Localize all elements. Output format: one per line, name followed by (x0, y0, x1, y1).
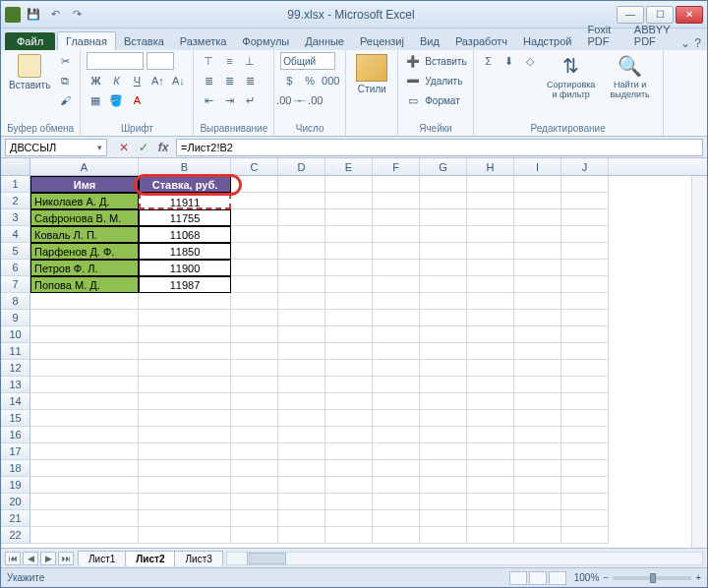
hscroll-thumb[interactable] (247, 553, 286, 564)
paste-button[interactable]: Вставить (7, 52, 52, 92)
cell-J8[interactable] (561, 293, 609, 310)
cell-J13[interactable] (561, 377, 609, 393)
cell-I2[interactable] (514, 193, 561, 209)
row-header-7[interactable]: 7 (1, 276, 30, 293)
row-header-16[interactable]: 16 (1, 427, 30, 443)
align-middle-button[interactable]: ≡ (220, 52, 238, 70)
cell-H9[interactable] (467, 310, 514, 326)
cell-B18[interactable] (139, 460, 231, 477)
view-pagebreak-button[interactable] (549, 571, 566, 585)
cell-E8[interactable] (325, 293, 373, 310)
cell-B16[interactable] (139, 427, 231, 443)
cell-F10[interactable] (373, 326, 420, 343)
cell-G22[interactable] (420, 527, 467, 544)
cell-F12[interactable] (373, 360, 420, 377)
cell-G6[interactable] (420, 260, 467, 276)
column-header-G[interactable]: G (420, 158, 467, 175)
cell-A21[interactable] (30, 510, 139, 527)
cell-B3[interactable]: 11755 (139, 209, 231, 226)
cell-J1[interactable] (561, 176, 609, 193)
row-header-20[interactable]: 20 (1, 494, 30, 510)
row-header-19[interactable]: 19 (1, 477, 30, 494)
cell-H6[interactable] (467, 260, 514, 276)
cell-A7[interactable]: Попова М. Д. (30, 276, 139, 293)
indent-inc-button[interactable]: ⇥ (220, 91, 238, 109)
cell-J10[interactable] (561, 326, 609, 343)
zoom-thumb[interactable] (650, 573, 656, 583)
cell-E14[interactable] (325, 393, 373, 410)
ribbon-tab-вставка[interactable]: Вставка (116, 32, 172, 50)
cell-E11[interactable] (325, 343, 373, 360)
cell-A10[interactable] (30, 326, 139, 343)
cell-D4[interactable] (278, 226, 325, 243)
cell-B20[interactable] (139, 494, 231, 510)
cell-F14[interactable] (373, 393, 420, 410)
cell-E16[interactable] (325, 427, 373, 443)
column-header-C[interactable]: C (231, 158, 278, 175)
cell-H19[interactable] (467, 477, 514, 494)
cell-E19[interactable] (325, 477, 373, 494)
row-header-4[interactable]: 4 (1, 226, 30, 243)
cell-A22[interactable] (30, 527, 139, 544)
cell-J22[interactable] (561, 527, 609, 544)
cell-A5[interactable]: Парфенов Д. Ф. (30, 243, 139, 260)
cell-B22[interactable] (139, 527, 231, 544)
cell-D19[interactable] (278, 477, 325, 494)
cell-E15[interactable] (325, 410, 373, 427)
cell-G4[interactable] (420, 226, 467, 243)
cell-H22[interactable] (467, 527, 514, 544)
align-left-button[interactable]: ≣ (200, 72, 217, 89)
cell-G7[interactable] (420, 276, 467, 293)
cell-I4[interactable] (514, 226, 561, 243)
cell-J16[interactable] (561, 427, 609, 443)
cell-G2[interactable] (420, 193, 467, 209)
cell-C19[interactable] (231, 477, 278, 494)
ribbon-minimize-icon[interactable]: ⌄ (680, 36, 690, 50)
cell-G18[interactable] (420, 460, 467, 477)
number-format-combo[interactable]: Общий (280, 52, 335, 70)
cell-F16[interactable] (373, 427, 420, 443)
cell-A19[interactable] (30, 477, 139, 494)
cell-E1[interactable] (325, 176, 373, 193)
align-bottom-button[interactable]: ⊥ (241, 52, 259, 70)
cell-E17[interactable] (325, 443, 373, 460)
cell-H1[interactable] (467, 176, 514, 193)
cell-A20[interactable] (30, 494, 139, 510)
cell-D11[interactable] (278, 343, 325, 360)
cell-I18[interactable] (514, 460, 561, 477)
cell-G13[interactable] (420, 377, 467, 393)
italic-button[interactable]: К (107, 72, 125, 89)
cell-J14[interactable] (561, 393, 609, 410)
cell-C6[interactable] (231, 260, 278, 276)
cell-C7[interactable] (231, 276, 278, 293)
sheet-tab-Лист1[interactable]: Лист1 (78, 551, 126, 566)
sheet-nav-prev[interactable]: ◀ (23, 552, 38, 565)
align-right-button[interactable]: ≣ (241, 72, 259, 89)
format-painter-button[interactable]: 🖌 (56, 91, 74, 109)
cell-B15[interactable] (139, 410, 231, 427)
sheet-tab-Лист3[interactable]: Лист3 (174, 551, 222, 566)
cell-D17[interactable] (278, 443, 325, 460)
cell-H20[interactable] (467, 494, 514, 510)
ribbon-tab-рецензиј[interactable]: Рецензиј (352, 32, 412, 50)
sheet-nav-first[interactable]: ⏮ (5, 552, 21, 565)
cell-A12[interactable] (30, 360, 139, 377)
column-header-I[interactable]: I (514, 158, 561, 175)
cell-J3[interactable] (561, 209, 609, 226)
insert-cells-button[interactable]: Вставить (425, 56, 466, 67)
row-header-22[interactable]: 22 (1, 527, 30, 544)
column-header-F[interactable]: F (373, 158, 420, 175)
zoom-in-button[interactable]: + (695, 572, 701, 583)
cell-B13[interactable] (139, 377, 231, 393)
cell-G17[interactable] (420, 443, 467, 460)
cell-C15[interactable] (231, 410, 278, 427)
row-header-12[interactable]: 12 (1, 360, 30, 377)
cell-J9[interactable] (561, 310, 609, 326)
cut-button[interactable]: ✂ (56, 52, 74, 70)
cell-A13[interactable] (30, 377, 139, 393)
cell-A11[interactable] (30, 343, 139, 360)
copy-button[interactable]: ⧉ (56, 72, 74, 89)
column-header-E[interactable]: E (325, 158, 373, 175)
cell-D9[interactable] (278, 310, 325, 326)
sort-filter-button[interactable]: ⇅ Сортировка и фильтр (543, 52, 600, 101)
